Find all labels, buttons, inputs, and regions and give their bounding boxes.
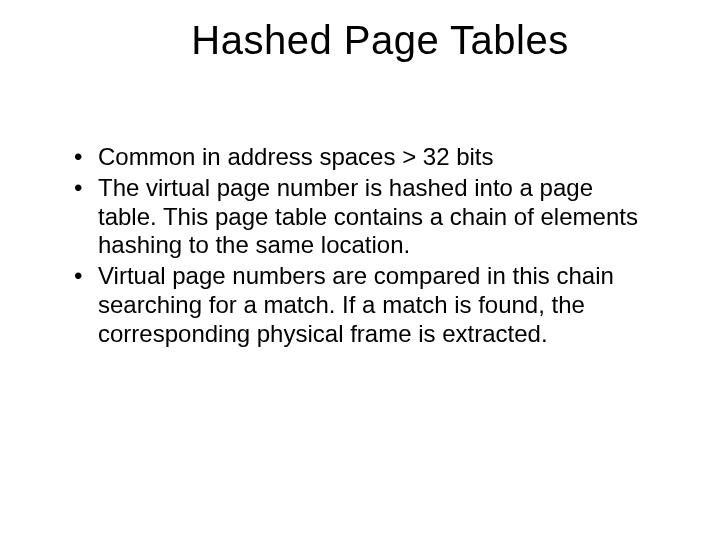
slide-content: Common in address spaces > 32 bits The v… <box>70 143 650 349</box>
slide-title: Hashed Page Tables <box>110 18 650 63</box>
bullet-list: Common in address spaces > 32 bits The v… <box>70 143 650 349</box>
bullet-item: Common in address spaces > 32 bits <box>70 143 650 172</box>
bullet-item: The virtual page number is hashed into a… <box>70 174 650 260</box>
slide-container: Hashed Page Tables Common in address spa… <box>0 0 720 540</box>
bullet-item: Virtual page numbers are compared in thi… <box>70 262 650 348</box>
